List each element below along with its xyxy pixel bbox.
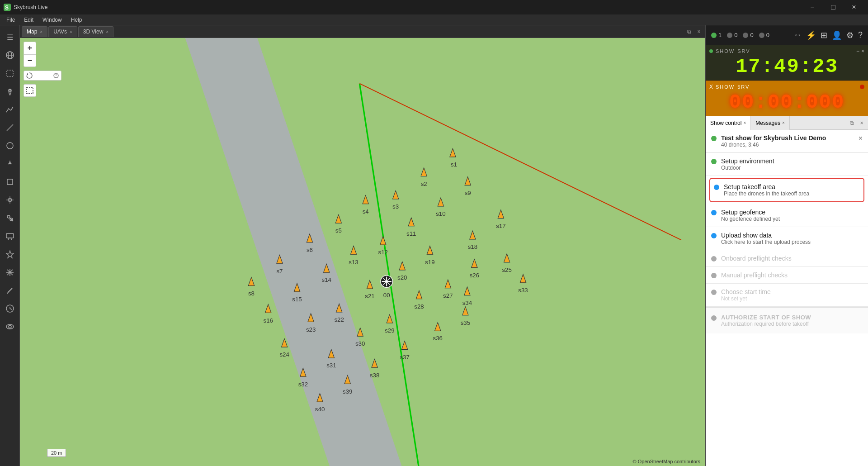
tab-map-close[interactable]: × (40, 29, 42, 34)
sidebar-globe-icon[interactable] (2, 47, 18, 63)
tab-messages[interactable]: Messages × (751, 116, 790, 130)
sidebar-brush-icon[interactable] (2, 282, 18, 299)
select-tool-button[interactable] (24, 84, 36, 97)
svg-text:s38: s38 (370, 372, 379, 379)
top-status-bar: 1 0 0 0 ↔ ⚡ ⊞ 👤 ⚙ (706, 25, 868, 45)
close-button[interactable]: × (844, 0, 864, 14)
sidebar-snowflake-icon[interactable] (2, 264, 18, 281)
show-details: 40 drones, 3:46 (721, 142, 826, 148)
messages-tab-close[interactable]: × (782, 120, 785, 125)
map-viewport[interactable]: s1 s2 s3 s4 s5 s6 (20, 38, 705, 466)
power-icon[interactable]: ⚡ (806, 30, 816, 40)
menu-file[interactable]: File (2, 16, 19, 24)
clock2-x-button[interactable]: X (709, 84, 713, 90)
zoom-in-button[interactable]: + (24, 42, 36, 54)
clock2-show-label: SHOW (716, 84, 735, 90)
clock2-status-dot (860, 85, 864, 89)
help-icon[interactable]: ? (858, 30, 863, 40)
authorize-dot (711, 315, 717, 321)
arrows-icon[interactable]: ↔ (793, 30, 802, 40)
show-info-text: Test show for Skybrush Live Demo 40 dron… (721, 134, 826, 148)
gray-dot-1 (727, 33, 732, 38)
maximize-button[interactable]: □ (823, 0, 844, 14)
tab-show-control[interactable]: Show control × (706, 116, 751, 130)
start-time-title: Choose start time (721, 288, 771, 295)
user-icon[interactable]: 👤 (832, 30, 842, 40)
onboard-preflight-dot (711, 256, 717, 262)
svg-text:s7: s7 (276, 268, 283, 275)
svg-text:s10: s10 (436, 210, 445, 217)
sidebar-layers-icon[interactable] (2, 65, 18, 81)
sidebar-square-icon[interactable] (2, 174, 18, 190)
sc-close-button[interactable]: × (857, 119, 866, 128)
sidebar-message-icon[interactable] (2, 228, 18, 244)
tab-uavs[interactable]: UAVs × (48, 26, 77, 37)
svg-text:s15: s15 (292, 296, 302, 303)
checklist-item-setup-env[interactable]: Setup environment Outdoor (706, 153, 868, 176)
sidebar-menu-icon[interactable]: ☰ (2, 29, 18, 45)
clock1-close-button[interactable]: × (861, 48, 864, 54)
gray-count-1: 0 (734, 32, 737, 38)
green-count: 1 (718, 32, 722, 38)
grid-icon[interactable]: ⊞ (821, 30, 827, 40)
sidebar-chart-icon[interactable] (2, 101, 18, 118)
checklist-item-setup-geofence[interactable]: Setup geofence No geofence defined yet (706, 204, 868, 227)
map-toolbar: + − 0,0 (24, 42, 61, 97)
checklist-item-setup-takeoff[interactable]: Setup takeoff area Place the drones in t… (709, 178, 864, 202)
sidebar-crosshair-icon[interactable] (2, 192, 18, 208)
menu-edit[interactable]: Edit (19, 16, 38, 24)
sidebar-clock-icon[interactable] (2, 300, 18, 317)
minimize-button[interactable]: − (802, 0, 823, 14)
sidebar-path-icon[interactable] (2, 119, 18, 136)
sidebar-plane-icon[interactable] (2, 156, 18, 172)
zoom-controls: + − (24, 42, 61, 67)
tab-3d-close[interactable]: × (106, 29, 108, 34)
sidebar-circle-icon[interactable] (2, 138, 18, 154)
map-attribution: © OpenStreetMap contributors. (633, 459, 702, 464)
svg-text:s29: s29 (385, 327, 394, 334)
svg-text:s13: s13 (349, 259, 358, 266)
select-tool-icon (26, 86, 34, 95)
show-control-tab-close[interactable]: × (743, 120, 746, 125)
right-panel: 1 0 0 0 ↔ ⚡ ⊞ 👤 ⚙ (705, 25, 868, 466)
menu-window[interactable]: Window (38, 16, 66, 24)
rotation-control[interactable]: 0,0 (24, 71, 61, 81)
svg-text:s36: s36 (433, 335, 443, 342)
clock2-time: 00:00:000 (709, 91, 864, 114)
sidebar-eye-icon[interactable] (2, 319, 18, 335)
tab-uavs-close[interactable]: × (70, 29, 72, 34)
sidebar-star-icon[interactable] (2, 246, 18, 262)
clock-display-2: X SHOW 5RV 00:00:000 (706, 81, 868, 116)
svg-text:s35: s35 (461, 319, 470, 326)
svg-text:s32: s32 (298, 381, 308, 388)
rotation-input[interactable]: 0,0 (35, 73, 51, 78)
settings-icon[interactable]: ⚙ (846, 30, 854, 40)
map-detach-button[interactable]: ⧉ (684, 27, 693, 36)
zoom-out-button[interactable]: − (24, 54, 36, 67)
menu-help[interactable]: Help (66, 16, 87, 24)
indicator-gray3: 0 (759, 32, 769, 38)
setup-geofence-title: Setup geofence (721, 209, 780, 216)
sidebar-tools-icon[interactable] (2, 210, 18, 226)
clock1-controls: − × (856, 48, 864, 54)
show-control-content: Test show for Skybrush Live Demo 40 dron… (706, 130, 868, 466)
map-container: Map × UAVs × 3D View × ⧉ × (20, 25, 705, 466)
tab-map[interactable]: Map × (22, 26, 47, 37)
authorize-section[interactable]: AUTHORIZE START OF SHOW Authorization re… (706, 307, 868, 333)
svg-text:s22: s22 (334, 316, 344, 323)
sc-detach-button[interactable]: ⧉ (847, 119, 856, 128)
clock1-minimize-button[interactable]: − (856, 48, 859, 54)
svg-text:s9: s9 (465, 190, 471, 196)
checklist-item-onboard-preflight[interactable]: Onboard preflight checks (706, 250, 868, 267)
checklist-item-manual-preflight[interactable]: Manual preflight checks (706, 267, 868, 284)
setup-env-title: Setup environment (721, 157, 774, 165)
checklist-item-upload[interactable]: Upload show data Click here to start the… (706, 227, 868, 250)
svg-text:s21: s21 (365, 293, 374, 300)
sidebar-location-icon[interactable] (2, 83, 18, 100)
checklist-item-start-time[interactable]: Choose start time Not set yet (706, 284, 868, 307)
svg-text:s5: s5 (335, 227, 342, 234)
show-info-close-button[interactable]: × (859, 134, 863, 143)
tab-3d-view[interactable]: 3D View × (78, 26, 113, 37)
map-close-button[interactable]: × (694, 27, 703, 36)
clock1-time: 17:49:23 (709, 55, 864, 78)
